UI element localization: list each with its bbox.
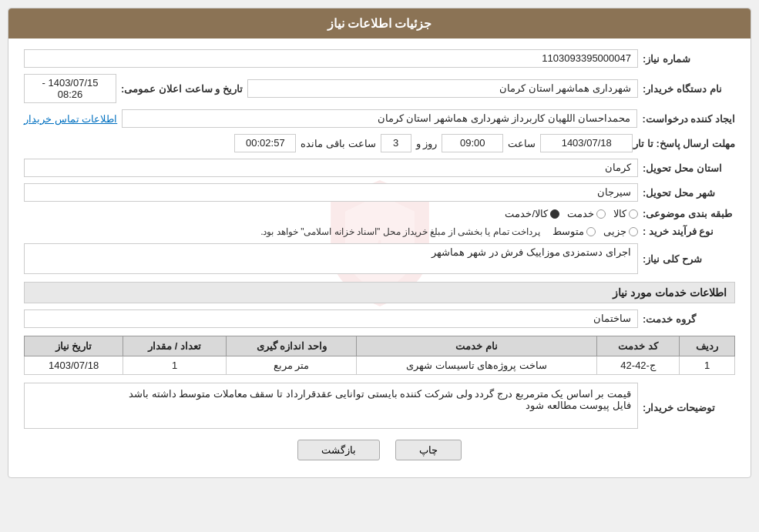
buyer-org-value: شهرداری هماشهر استان کرمان — [247, 79, 638, 98]
deadline-remaining-label: ساعت باقی مانده — [301, 138, 375, 149]
province-value: کرمان — [24, 159, 638, 177]
radio-kala — [629, 209, 638, 219]
radio-khedmat — [596, 209, 606, 219]
city-label: شهر محل تحویل: — [643, 187, 735, 199]
col-header-date: تاریخ نیاز — [25, 336, 123, 356]
service-group-row: گروه خدمت: ساختمان — [24, 309, 735, 328]
category-kala-khedmat[interactable]: کالا/خدمت — [505, 208, 559, 219]
services-title: اطلاعات خدمات مورد نیاز — [24, 282, 735, 303]
need-number-label: شماره نیاز: — [643, 53, 735, 65]
col-header-row: ردیف — [680, 336, 735, 356]
category-options: کالا خدمت کالا/خدمت — [505, 208, 638, 219]
row-service-name: ساخت پروژه‌های تاسیسات شهری — [357, 356, 597, 375]
purchase-type-motavasset[interactable]: متوسط — [552, 226, 596, 237]
category-kala-label: کالا — [613, 208, 626, 219]
purchase-type-options: جزیی متوسط — [552, 226, 638, 237]
need-description-label: شرح کلی نیاز: — [643, 253, 735, 265]
row-unit: متر مربع — [227, 356, 357, 375]
province-label: استان محل تحویل: — [643, 162, 735, 174]
service-group-label: گروه خدمت: — [643, 313, 735, 325]
category-kala[interactable]: کالا — [613, 208, 638, 219]
need-description-row: شرح کلی نیاز: اجرای دستمزدی موزاییک فرش … — [24, 243, 735, 274]
deadline-days: 3 — [381, 134, 411, 152]
page-title: جزئیات اطلاعات نیاز — [8, 8, 751, 38]
announce-date-label: تاریخ و ساعت اعلان عمومی: — [121, 83, 243, 95]
announce-date-value: 1403/07/15 - 08:26 — [24, 74, 116, 103]
radio-jozii — [629, 227, 638, 236]
creator-label: ایجاد کننده درخواست: — [642, 113, 735, 125]
row-date: 1403/07/18 — [25, 356, 123, 375]
print-button[interactable]: چاپ — [395, 440, 462, 460]
deadline-time-label: ساعت — [508, 138, 536, 149]
purchase-type-jozii-label: جزیی — [603, 226, 626, 237]
category-kala-khedmat-label: کالا/خدمت — [505, 208, 548, 219]
buyer-notes-row: توضیحات خریدار: قیمت بر اساس یک مترمربع … — [24, 383, 735, 429]
purchase-type-motavasset-label: متوسط — [552, 226, 584, 237]
row-qty: 1 — [123, 356, 227, 375]
row-code: ج-42-42 — [597, 356, 680, 375]
col-header-code: کد خدمت — [597, 336, 680, 356]
creator-value: محمداحسان اللهیان کاربرداز شهرداری هماشه… — [122, 109, 637, 128]
buyer-notes-value: قیمت بر اساس یک مترمربع درج گردد ولی شرک… — [24, 383, 638, 429]
purchase-type-notice: پرداخت تمام یا بخشی از مبلغ خریداز محل "… — [260, 226, 540, 237]
contact-link[interactable]: اطلاعات تماس خریدار — [24, 113, 117, 125]
purchase-type-row: نوع فرآیند خرید : جزیی متوسط پرداخت تمام… — [24, 226, 735, 237]
need-number-row: شماره نیاز: 1103093395000047 — [24, 49, 735, 68]
category-label: طبقه بندی موضوعی: — [643, 208, 735, 219]
radio-kala-khedmat — [550, 209, 559, 219]
city-value: سیرجان — [24, 183, 638, 202]
buyer-org-label: نام دستگاه خریدار: — [643, 83, 735, 95]
deadline-label: مهلت ارسال پاسخ: تا تاریخ: — [637, 138, 735, 149]
need-number-value: 1103093395000047 — [24, 49, 638, 68]
deadline-days-label: روز و — [416, 138, 438, 149]
deadline-time: 09:00 — [442, 134, 503, 152]
buyer-notes-section: توضیحات خریدار: قیمت بر اساس یک مترمربع … — [24, 383, 735, 429]
deadline-row: مهلت ارسال پاسخ: تا تاریخ: 1403/07/18 سا… — [24, 134, 735, 152]
creator-row: ایجاد کننده درخواست: محمداحسان اللهیان ک… — [24, 109, 735, 128]
purchase-type-label: نوع فرآیند خرید : — [643, 226, 735, 237]
row-num: 1 — [680, 356, 735, 375]
deadline-remaining: 00:02:57 — [234, 134, 296, 152]
buyer-org-row: نام دستگاه خریدار: شهرداری هماشهر استان … — [24, 74, 735, 103]
purchase-type-jozii[interactable]: جزیی — [603, 226, 638, 237]
button-row: چاپ بازگشت — [24, 440, 735, 460]
col-header-name: نام خدمت — [357, 336, 597, 356]
city-row: شهر محل تحویل: سیرجان — [24, 183, 735, 202]
category-khedmat[interactable]: خدمت — [567, 208, 606, 219]
category-khedmat-label: خدمت — [567, 208, 594, 219]
buyer-notes-label: توضیحات خریدار: — [643, 402, 735, 413]
province-row: استان محل تحویل: کرمان — [24, 159, 735, 177]
radio-motavasset — [586, 227, 596, 236]
col-header-qty: تعداد / مقدار — [123, 336, 227, 356]
need-description-value: اجرای دستمزدی موزاییک فرش در شهر هماشهر — [24, 243, 638, 274]
table-row: 1 ج-42-42 ساخت پروژه‌های تاسیسات شهری مت… — [25, 356, 735, 375]
col-header-unit: واحد اندازه گیری — [227, 336, 357, 356]
category-row: طبقه بندی موضوعی: کالا خدمت کالا/خدمت — [24, 208, 735, 219]
back-button[interactable]: بازگشت — [297, 440, 380, 460]
service-group-value: ساختمان — [24, 309, 638, 328]
deadline-date: 1403/07/18 — [540, 134, 633, 152]
services-table: ردیف کد خدمت نام خدمت واحد اندازه گیری ت… — [24, 336, 735, 375]
services-table-section: ردیف کد خدمت نام خدمت واحد اندازه گیری ت… — [24, 336, 735, 375]
